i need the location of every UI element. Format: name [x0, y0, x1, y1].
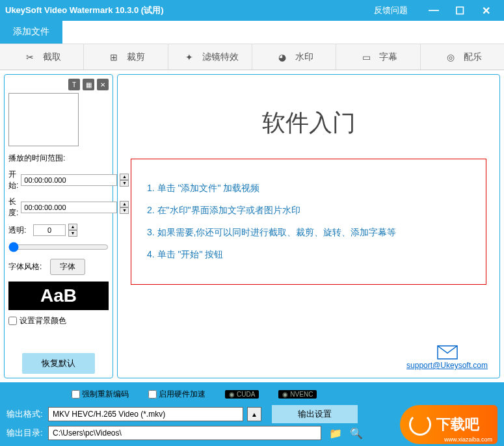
left-panel: T ▦ ✕ 播放的时间范围: 开始: ▲▼ 长度: ▲▼ 透明: ▲▼ 字体风格… — [4, 74, 113, 378]
tool-label: 滤镜特效 — [202, 51, 239, 63]
feedback-link[interactable]: 反馈问题 — [374, 5, 408, 16]
scissors-icon: ✂ — [22, 49, 38, 65]
drop-icon: ◕ — [274, 49, 290, 65]
close-button[interactable]: ✕ — [473, 5, 499, 17]
download-logo[interactable]: 下载吧 www.xiazaiba.com — [400, 405, 497, 444]
font-sample: AaB — [8, 282, 109, 310]
font-button[interactable]: 字体 — [50, 259, 85, 275]
out-dir-label: 输出目录: — [7, 427, 44, 439]
wand-icon: ✦ — [181, 49, 197, 65]
out-format-input[interactable] — [48, 407, 243, 421]
tool-label: 字幕 — [379, 51, 397, 63]
output-settings-button[interactable]: 输出设置 — [272, 405, 358, 423]
delete-icon[interactable]: ✕ — [97, 79, 109, 90]
format-dropdown-icon[interactable]: ▲ — [247, 407, 261, 421]
guide-box: 1. 单击 "添加文件" 加载视频 2. 在"水印"界面添加文字或者图片水印 3… — [131, 159, 486, 285]
tool-subtitle[interactable]: ▭ 字幕 — [336, 44, 420, 70]
minimize-button[interactable]: — — [421, 5, 447, 16]
tool-filter[interactable]: ✦ 滤镜特效 — [168, 44, 252, 70]
spin-down-icon[interactable]: ▼ — [68, 230, 77, 237]
force-encode-label: 强制重新编码 — [82, 389, 129, 400]
disc-icon: ◎ — [443, 49, 458, 65]
out-dir-input[interactable] — [48, 426, 321, 440]
cuda-badge: ◉ CUDA — [225, 390, 259, 399]
reset-button[interactable]: 恢复默认 — [22, 353, 95, 374]
tool-watermark[interactable]: ◕ 水印 — [252, 44, 336, 70]
tool-label: 截取 — [43, 51, 61, 63]
guide-step: 1. 单击 "添加文件" 加载视频 — [147, 183, 470, 194]
force-encode-checkbox[interactable] — [72, 390, 80, 399]
start-time-input[interactable] — [21, 174, 117, 186]
start-label: 开始: — [8, 169, 18, 191]
image-tool-icon[interactable]: ▦ — [83, 79, 94, 90]
tool-music[interactable]: ◎ 配乐 — [421, 44, 504, 70]
guide-step: 2. 在"水印"界面添加文字或者图片水印 — [147, 205, 470, 216]
window-title: UkeySoft Video Watermark 10.3.0 (试用) — [5, 5, 374, 16]
subtitle-icon: ▭ — [358, 49, 374, 65]
hw-accel-checkbox[interactable] — [148, 390, 157, 399]
tool-label: 裁剪 — [127, 51, 145, 63]
opacity-slider[interactable] — [8, 242, 109, 252]
bottom-bar: 强制重新编码 启用硬件加速 ◉ CUDA ◉ NVENC 输出格式: ▲ 输出设… — [0, 382, 504, 446]
bgcolor-label: 设置背景颜色 — [20, 315, 66, 326]
support-link[interactable]: support@Ukeysoft.com — [406, 345, 488, 370]
crop-icon: ⊞ — [106, 49, 122, 65]
folder-icon[interactable]: 📁 — [329, 427, 342, 439]
guide-step: 3. 如果需要,你还可以同时进行截取、裁剪、旋转、添加字幕等 — [147, 227, 470, 239]
hw-accel-label: 启用硬件加速 — [159, 389, 206, 400]
text-tool-icon[interactable]: T — [68, 79, 80, 90]
fontstyle-label: 字体风格: — [8, 261, 47, 272]
mail-icon — [437, 345, 458, 360]
tool-capture[interactable]: ✂ 截取 — [0, 44, 84, 70]
support-email: support@Ukeysoft.com — [406, 361, 488, 370]
spinner-icon — [409, 413, 431, 436]
bgcolor-checkbox[interactable] — [8, 317, 17, 325]
spin-up-icon[interactable]: ▲ — [68, 224, 77, 230]
preview-box — [8, 93, 79, 146]
time-range-label: 播放的时间范围: — [8, 153, 109, 164]
tool-label: 配乐 — [464, 51, 482, 63]
maximize-button[interactable]: ☐ — [447, 5, 473, 17]
tab-add-file[interactable]: 添加文件 — [0, 21, 62, 44]
logo-text: 下载吧 — [436, 415, 479, 434]
nvenc-badge: ◉ NVENC — [278, 390, 317, 399]
right-panel: 软件入门 1. 单击 "添加文件" 加载视频 2. 在"水印"界面添加文字或者图… — [117, 74, 500, 378]
search-icon[interactable]: 🔍 — [350, 427, 363, 439]
opacity-label: 透明: — [8, 225, 31, 236]
tool-crop[interactable]: ⊞ 裁剪 — [84, 44, 168, 70]
out-format-label: 输出格式: — [7, 408, 44, 420]
opacity-input[interactable] — [33, 224, 66, 236]
length-label: 长度: — [8, 196, 18, 218]
length-time-input[interactable] — [21, 202, 117, 213]
logo-url: www.xiazaiba.com — [444, 436, 492, 443]
guide-title: 软件入门 — [131, 107, 486, 139]
guide-step: 4. 单击 "开始" 按钮 — [147, 249, 470, 261]
tool-label: 水印 — [295, 51, 313, 63]
